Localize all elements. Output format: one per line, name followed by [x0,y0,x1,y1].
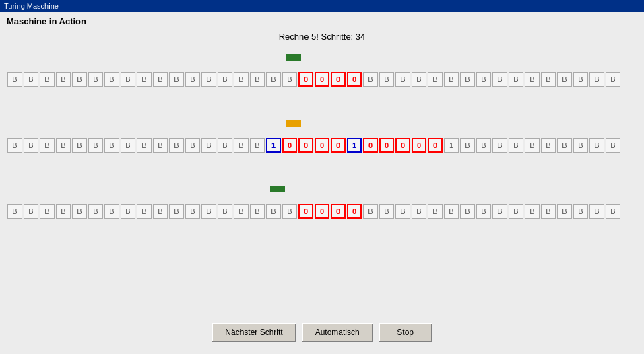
tape-cell: B [169,72,184,87]
tape-cell: B [137,204,152,219]
tape-cell: B [476,72,491,87]
tape-cell: B [201,138,216,153]
tape-cell: B [509,72,523,87]
tape-cell: B [88,204,103,219]
tape-cell: B [557,138,572,153]
tape-cell: B [412,72,426,87]
main-content: Maschine in Action Rechne 5! Schritte: 3… [0,12,644,354]
tape-cell: B [395,72,410,87]
tape3-row: BBBBBBBBBBBBBBBBBB0000BBBBBBBBBBBBBBBB [7,203,637,219]
tape-cell: B [121,138,135,153]
tape-cell: B [460,72,475,87]
tape-cell: B [104,72,119,87]
tape-cell: B [541,204,556,219]
tape-cell: B [104,204,119,219]
tape-cell: B [169,204,184,219]
tape2-row: BBBBBBBBBBBBBBBB100001000001BBBBBBBBBB [7,137,637,153]
tape-cell: 0 [331,138,346,153]
tape1-section: BBBBBBBBBBBBBBBBBB0000BBBBBBBBBBBBBBBB [7,62,637,87]
automatic-button[interactable]: Automatisch [302,323,373,342]
tape-cell: B [460,204,475,219]
tape-cell: B [395,204,410,219]
tape-cell: B [137,138,152,153]
tape-cell: 0 [298,72,313,87]
tape-cell: B [218,204,232,219]
tape-cell: B [250,72,265,87]
status-text: Rechne 5! Schritte: 34 [7,32,637,42]
tape-cell: B [201,72,216,87]
tape-cell: B [525,138,540,153]
tape-cell: B [7,72,22,87]
page-title: Maschine in Action [7,16,637,26]
tape-cell: B [606,204,620,219]
tape-cell: 0 [298,204,313,219]
tape-cell: B [185,204,200,219]
tape-cell: B [56,204,71,219]
tape-cell: B [250,204,265,219]
tape-cell: B [412,204,426,219]
tape-cell: B [153,138,168,153]
tape-cell: B [379,72,394,87]
title-text: Turing Maschine [4,2,59,10]
tape3-section: BBBBBBBBBBBBBBBBBB0000BBBBBBBBBBBBBBBB [7,194,637,219]
tape-cell: B [72,72,87,87]
tape-cell: B [137,72,152,87]
tape-cell: B [589,72,604,87]
tape-cell: B [557,72,572,87]
tape-cell: B [218,138,232,153]
tape-cell: B [56,138,71,153]
tape-cell: B [492,72,507,87]
tape-cell: 0 [347,204,362,219]
tape-cell: B [476,204,491,219]
tape-cell: B [573,204,588,219]
tape-cell: 0 [315,204,329,219]
tape-cell: B [363,72,378,87]
tape-cell: B [525,204,540,219]
tape-cell: B [88,72,103,87]
tape-cell: B [444,204,459,219]
tape-cell: B [282,204,297,219]
tape-cell: 1 [266,138,281,153]
tape-cell: B [56,72,71,87]
tape-cell: B [234,138,249,153]
tape-cell: B [185,138,200,153]
tape-cell: 1 [347,138,362,153]
tape-cell: 0 [331,72,346,87]
tape-cell: 0 [315,138,329,153]
tape-cell: B [541,72,556,87]
tape-cell: B [40,138,55,153]
tape-cell: B [185,72,200,87]
stop-button[interactable]: Stop [379,323,432,342]
tape2-head-indicator [286,120,301,127]
tape-cell: B [121,72,135,87]
title-bar: Turing Maschine [0,0,644,12]
tape-cell: B [282,72,297,87]
tape1-row: BBBBBBBBBBBBBBBBBB0000BBBBBBBBBBBBBBBB [7,71,637,87]
tape-cell: B [606,138,620,153]
tape-cell: 0 [412,138,426,153]
tape-cell: B [379,204,394,219]
tape-cell: B [573,138,588,153]
next-step-button[interactable]: Nächster Schritt [212,323,296,342]
tape-cell: B [72,204,87,219]
tape-cell: 0 [331,204,346,219]
tape-cell: 0 [347,72,362,87]
tape-cell: B [541,138,556,153]
tape-cell: B [24,72,38,87]
tape-cell: B [266,72,281,87]
tape-cell: 0 [395,138,410,153]
tape-cell: B [40,204,55,219]
tape2-section: BBBBBBBBBBBBBBBB100001000001BBBBBBBBBB [7,128,637,153]
tape-cell: B [7,204,22,219]
tape1-head-indicator [286,54,301,61]
tape-cell: B [153,204,168,219]
tape-cell: B [88,138,103,153]
tape3-head-indicator [270,186,285,192]
tape-cell: B [24,204,38,219]
tape-cell: B [492,138,507,153]
tape-cell: 0 [428,138,443,153]
tape-cell: B [460,138,475,153]
tape-cell: B [428,204,443,219]
tape-cell: B [509,138,523,153]
tape-cell: B [24,138,38,153]
